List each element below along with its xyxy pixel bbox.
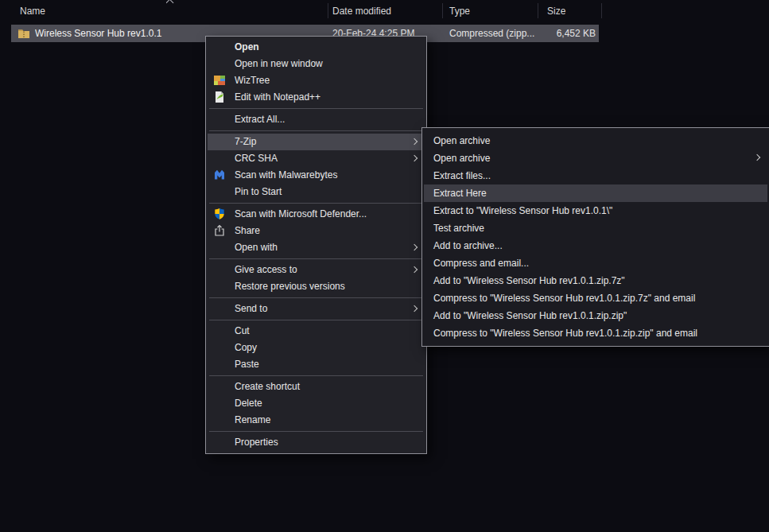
menu-separator [209,431,423,432]
menu-item-give-access-to[interactable]: Give access to [208,262,425,278]
menu-item-label: CRC SHA [235,153,278,164]
column-divider [601,3,602,18]
menu-item-label: Share [235,225,260,236]
context-menu: Open Open in new window WizTree Edit wit… [205,36,427,454]
menu-item-edit-with-notepadpp[interactable]: Edit with Notepad++ [208,89,425,106]
menu-item-open[interactable]: Open [208,39,425,56]
column-divider [538,3,538,18]
menu-item-label: WizTree [235,75,270,86]
submenu-item-add-to-zip[interactable]: Add to "Wireless Sensor Hub rev1.0.1.zip… [424,307,767,324]
column-header-name[interactable]: Name [20,6,322,17]
menu-item-label: 7-Zip [235,136,256,147]
share-icon [213,224,226,237]
column-divider [442,3,443,18]
submenu-item-add-to-archive[interactable]: Add to archive... [424,237,767,254]
column-header-date-modified[interactable]: Date modified [332,6,436,17]
submenu-item-open-archive[interactable]: Open archive [424,132,767,150]
submenu-item-compress-to-zip-and-email[interactable]: Compress to "Wireless Sensor Hub rev1.0.… [424,324,767,342]
submenu-arrow-icon [754,154,760,161]
menu-item-label: Delete [235,398,262,409]
column-header-type[interactable]: Type [449,6,533,17]
menu-item-share[interactable]: Share [208,223,425,239]
menu-item-label: Open in new window [235,58,323,69]
submenu-item-extract-here[interactable]: Extract Here [424,184,767,202]
submenu-arrow-icon [411,266,418,273]
wiztree-icon [213,74,226,87]
menu-item-wiztree[interactable]: WizTree [208,72,425,89]
menu-item-pin-to-start[interactable]: Pin to Start [208,184,425,200]
menu-item-restore-previous-versions[interactable]: Restore previous versions [208,278,425,295]
menu-item-label: Extract to "Wireless Sensor Hub rev1.0.1… [433,205,612,216]
notepadpp-icon [213,91,226,103]
defender-shield-icon [213,208,226,220]
submenu-item-test-archive[interactable]: Test archive [424,219,767,237]
submenu-item-compress-and-email[interactable]: Compress and email... [424,254,767,272]
menu-item-paste[interactable]: Paste [208,356,425,373]
menu-item-delete[interactable]: Delete [208,395,425,412]
menu-separator [209,258,423,259]
menu-item-label: Properties [235,437,278,448]
menu-item-label: Extract All... [235,114,285,125]
column-divider [328,3,328,18]
menu-item-label: Open [235,41,259,52]
menu-item-label: Test archive [433,223,484,234]
menu-separator [209,375,423,376]
menu-separator [209,320,423,320]
menu-item-label: Open with [235,242,278,253]
sort-ascending-icon [166,0,174,4]
column-label: Date modified [332,6,391,17]
file-type: Compressed (zipp... [449,25,537,42]
menu-item-7zip[interactable]: 7-Zip [208,134,425,150]
menu-item-label: Add to archive... [433,240,503,251]
menu-item-label: Create shortcut [235,381,300,392]
submenu-item-add-to-7z[interactable]: Add to "Wireless Sensor Hub rev1.0.1.zip… [424,272,767,289]
submenu-arrow-icon [411,138,418,145]
menu-item-create-shortcut[interactable]: Create shortcut [208,379,425,395]
menu-item-send-to[interactable]: Send to [208,301,425,317]
file-size: 6,452 KB [538,25,596,42]
menu-item-extract-all[interactable]: Extract All... [208,111,425,128]
menu-separator [209,297,423,298]
submenu-item-extract-files[interactable]: Extract files... [424,167,767,184]
menu-item-label: Paste [235,359,259,370]
submenu-item-compress-to-7z-and-email[interactable]: Compress to "Wireless Sensor Hub rev1.0.… [424,289,767,307]
submenu-arrow-icon [411,244,418,250]
column-label: Type [449,6,470,17]
menu-item-label: Compress to "Wireless Sensor Hub rev1.0.… [433,328,697,339]
malwarebytes-icon [213,169,226,181]
menu-item-open-in-new-window[interactable]: Open in new window [208,56,425,72]
column-label: Name [20,6,45,17]
menu-item-cut[interactable]: Cut [208,323,425,340]
submenu-arrow-icon [411,305,418,312]
submenu-item-open-archive-as[interactable]: Open archive [424,150,767,167]
column-label: Size [547,6,565,17]
menu-item-rename[interactable]: Rename [208,412,425,429]
menu-separator [209,108,423,109]
menu-item-label: Extract Here [433,188,487,199]
menu-item-label: Scan with Malwarebytes [235,169,337,181]
menu-item-label: Edit with Notepad++ [235,91,320,103]
menu-item-copy[interactable]: Copy [208,340,425,356]
menu-item-label: Give access to [235,264,297,275]
submenu-arrow-icon [411,155,418,161]
menu-item-label: Compress to "Wireless Sensor Hub rev1.0.… [433,293,695,304]
menu-item-label: Extract files... [433,170,491,181]
menu-item-label: Scan with Microsoft Defender... [235,208,367,219]
menu-item-label: Pin to Start [235,186,282,197]
menu-item-properties[interactable]: Properties [208,434,425,451]
menu-item-crc-sha[interactable]: CRC SHA [208,150,425,167]
column-header-row: Name Date modified Type Size [0,0,769,22]
menu-item-scan-with-malwarebytes[interactable]: Scan with Malwarebytes [208,167,425,184]
menu-item-label: Restore previous versions [235,281,345,292]
menu-separator [209,203,423,204]
column-header-size[interactable]: Size [547,6,595,17]
menu-separator [209,130,423,131]
zip-file-icon [17,27,30,40]
menu-item-scan-with-microsoft-defender[interactable]: Scan with Microsoft Defender... [208,206,425,223]
submenu-item-extract-to-folder[interactable]: Extract to "Wireless Sensor Hub rev1.0.1… [424,202,767,219]
menu-item-label: Rename [235,414,270,425]
explorer-window: { "file_list": { "columns": [ { "label":… [0,0,769,532]
menu-item-open-with[interactable]: Open with [208,239,425,256]
menu-item-label: Compress and email... [433,258,529,269]
menu-item-label: Open archive [433,153,490,164]
